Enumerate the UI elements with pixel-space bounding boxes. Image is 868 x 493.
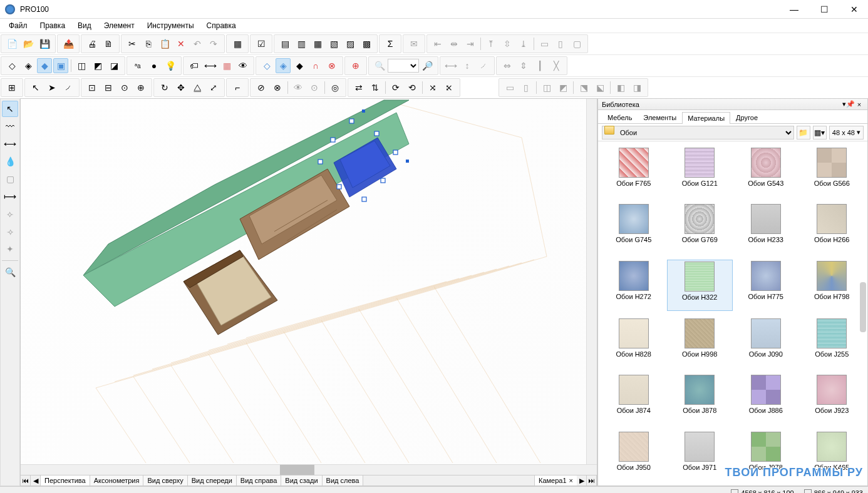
flip-h-icon[interactable]: ⇄ (351, 80, 366, 95)
measure-tool-icon[interactable]: 〰 (2, 118, 18, 135)
tab-right[interactable]: Вид справа (237, 475, 282, 485)
text-icon[interactable]: ªa (130, 58, 145, 73)
dimension-tool-icon[interactable]: ⟼ (2, 188, 18, 205)
sphere-icon[interactable]: ● (147, 58, 162, 73)
menu-help[interactable]: Справка (200, 20, 242, 31)
magnet-icon[interactable]: ∩ (308, 58, 323, 73)
render3-icon[interactable]: ◪ (106, 58, 121, 73)
close-tab-icon[interactable]: × (569, 477, 573, 484)
polyline-icon[interactable]: ⟋ (61, 80, 76, 95)
library-toggle-icon[interactable]: ▦ (230, 36, 245, 51)
tab-furniture[interactable]: Мебель (602, 111, 638, 123)
dimension-icon[interactable]: ⟷ (203, 58, 218, 73)
rotate-cw-icon[interactable]: ⟳ (388, 80, 403, 95)
tab-other[interactable]: Другое (730, 111, 763, 123)
snap1-icon[interactable]: ◇ (259, 58, 274, 73)
close-button[interactable]: ✕ (845, 2, 863, 17)
eyedropper-tool-icon[interactable]: 💧 (2, 153, 18, 170)
search-tool-icon[interactable]: 🔍 (2, 264, 18, 280)
report3-icon[interactable]: ▦ (310, 36, 325, 51)
flip-v-icon[interactable]: ⇅ (368, 80, 383, 95)
material-item[interactable]: Обои G745 (601, 203, 667, 253)
tab-nav-last[interactable]: ⏭ (587, 475, 597, 485)
tag-icon[interactable]: 🏷 (187, 58, 202, 73)
material-item[interactable]: Обои H322 (667, 260, 733, 311)
material-item[interactable]: Обои K465 (799, 430, 865, 480)
rotate-ccw-icon[interactable]: ⟲ (405, 80, 420, 95)
mirror-icon[interactable]: ⧋ (190, 80, 205, 95)
material-grid[interactable]: Обои F765Обои G121Обои G543Обои G566Обои… (598, 141, 867, 485)
textured-icon[interactable]: ▣ (53, 58, 68, 73)
print-preview-icon[interactable]: 🗎 (101, 36, 116, 51)
material-item[interactable]: Обои H828 (601, 317, 667, 367)
tab-front[interactable]: Вид спереди (188, 475, 237, 485)
report4-icon[interactable]: ▧ (326, 36, 341, 51)
hidden-line-icon[interactable]: ◈ (21, 58, 36, 73)
node-icon[interactable]: ⊙ (117, 80, 132, 95)
export-icon[interactable]: 📤 (61, 36, 76, 51)
new-icon[interactable]: 📄 (4, 36, 19, 51)
report6-icon[interactable]: ▩ (359, 36, 374, 51)
swap2-icon[interactable]: ⤪ (442, 80, 457, 95)
copy-icon[interactable]: ⎘ (141, 36, 156, 51)
material-item[interactable]: Обои G543 (733, 146, 799, 196)
material-item[interactable]: Обои J978 (733, 430, 799, 480)
handle-icon[interactable]: ⊕ (133, 80, 148, 95)
folder-select[interactable]: Обои (602, 126, 794, 140)
snap2-icon[interactable]: ◈ (276, 58, 291, 73)
report2-icon[interactable]: ▥ (294, 36, 309, 51)
paste-icon[interactable]: 📋 (157, 36, 172, 51)
hide1-icon[interactable]: ⊘ (254, 80, 269, 95)
render2-icon[interactable]: ◩ (90, 58, 105, 73)
grid-scrollbar[interactable] (860, 282, 866, 332)
tab-perspective[interactable]: Перспектива (41, 475, 90, 485)
menu-element[interactable]: Элемент (98, 20, 141, 31)
viewport-scrollbar-v[interactable] (586, 99, 597, 464)
material-item[interactable]: Обои J886 (733, 374, 799, 424)
zoom-fit-icon[interactable]: 🔎 (420, 58, 435, 73)
material-item[interactable]: Обои J874 (601, 374, 667, 424)
properties-icon[interactable]: ☑ (254, 36, 269, 51)
scale-icon[interactable]: ⤢ (206, 80, 221, 95)
report5-icon[interactable]: ▨ (343, 36, 358, 51)
snap3-icon[interactable]: ◆ (292, 58, 307, 73)
material-item[interactable]: Обои J923 (799, 374, 865, 424)
tab-top[interactable]: Вид сверху (143, 475, 187, 485)
render1-icon[interactable]: ◫ (74, 58, 89, 73)
material-item[interactable]: Обои H775 (733, 260, 799, 311)
tab-elements[interactable]: Элементы (638, 111, 682, 123)
material-item[interactable]: Обои H233 (733, 203, 799, 253)
tab-nav-next[interactable]: ▶ (577, 475, 587, 485)
shaded-icon[interactable]: ◆ (37, 58, 52, 73)
grid-icon[interactable]: ▦ (219, 58, 234, 73)
material-item[interactable]: Обои H272 (601, 260, 667, 311)
up-folder-icon[interactable]: 📁 (797, 126, 810, 140)
minimize-button[interactable]: — (785, 2, 803, 17)
tab-camera[interactable]: Камера1× (534, 475, 577, 485)
material-item[interactable]: Обои F765 (601, 146, 667, 196)
material-item[interactable]: Обои J090 (733, 317, 799, 367)
material-item[interactable]: Обои G566 (799, 146, 865, 196)
view-mode-icon[interactable]: ▦▾ (813, 126, 827, 140)
zoom-combo[interactable] (388, 59, 419, 73)
maximize-button[interactable]: ☐ (815, 2, 833, 17)
material-item[interactable]: Обои J950 (601, 430, 667, 480)
material-item[interactable]: Обои J971 (667, 430, 733, 480)
material-item[interactable]: Обои H998 (667, 317, 733, 367)
print-icon[interactable]: 🖨 (85, 36, 100, 51)
tab-nav-prev[interactable]: ◀ (31, 475, 41, 485)
corner-icon[interactable]: ⌐ (230, 80, 245, 95)
viewport-scrollbar-h[interactable] (21, 464, 597, 475)
panel-close-icon[interactable]: × (855, 101, 864, 108)
material-item[interactable]: Обои J878 (667, 374, 733, 424)
material-item[interactable]: Обои J255 (799, 317, 865, 367)
open-icon[interactable]: 📂 (21, 36, 36, 51)
material-item[interactable]: Обои H266 (799, 203, 865, 253)
hide2-icon[interactable]: ⊗ (270, 80, 285, 95)
material-item[interactable]: Обои H798 (799, 260, 865, 311)
cursor-icon[interactable]: ↖ (28, 80, 43, 95)
menu-view[interactable]: Вид (71, 20, 98, 31)
select-tool-icon[interactable]: ↖ (2, 101, 18, 117)
group-icon[interactable]: ⊡ (85, 80, 100, 95)
menu-file[interactable]: Файл (3, 20, 34, 31)
